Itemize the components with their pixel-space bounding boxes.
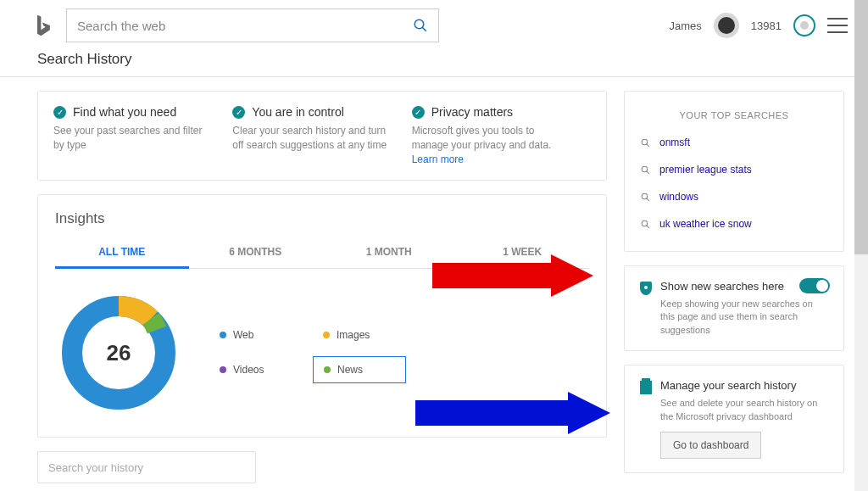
dot-icon (220, 366, 226, 373)
hamburger-menu-icon[interactable] (827, 18, 848, 33)
svg-point-0 (415, 20, 424, 29)
svg-line-6 (647, 170, 649, 173)
trash-icon (640, 381, 652, 394)
search-icon (640, 165, 651, 176)
user-name[interactable]: James (670, 20, 702, 32)
svg-line-4 (647, 143, 649, 146)
go-to-dashboard-button[interactable]: Go to dashboard (660, 432, 761, 459)
show-searches-card: Show new searches here Keep showing your… (624, 265, 844, 351)
rewards-icon[interactable] (793, 14, 815, 36)
tab-all-time[interactable]: ALL TIME (55, 237, 189, 269)
chart-legend: Web Images Videos News (209, 322, 406, 383)
learn-more-link[interactable]: Learn more (412, 153, 464, 165)
search-icon (640, 192, 651, 203)
top-searches-title: YOUR TOP SEARCHES (640, 105, 828, 129)
scrollbar[interactable] (854, 0, 868, 491)
insights-donut-chart: 26 (55, 289, 182, 416)
check-icon: ✓ (232, 106, 245, 119)
info-item-privacy: ✓Privacy matters Microsoft gives you too… (412, 105, 591, 166)
dot-icon (220, 332, 226, 338)
annotation-arrow-red (432, 254, 593, 297)
search-input[interactable] (77, 19, 413, 33)
top-search-link[interactable]: premier league stats (659, 164, 752, 176)
svg-line-1 (422, 27, 426, 31)
top-search-item[interactable]: windows (640, 183, 828, 210)
svg-line-10 (647, 225, 649, 227)
manage-desc: See and delete your search history on th… (660, 397, 828, 423)
history-search-input[interactable] (37, 451, 256, 483)
donut-total: 26 (107, 340, 131, 366)
dot-icon (323, 332, 330, 338)
info-title: Find what you need (73, 105, 176, 119)
legend-news[interactable]: News (313, 356, 406, 383)
search-icon[interactable] (413, 18, 428, 33)
info-title: Privacy matters (431, 105, 513, 119)
info-desc: Microsoft gives you tools to manage your… (412, 124, 574, 166)
legend-videos[interactable]: Videos (209, 356, 303, 383)
legend-images[interactable]: Images (313, 322, 406, 348)
search-box[interactable] (66, 8, 439, 42)
annotation-arrow-blue (415, 392, 610, 434)
page-title: Search History (0, 51, 868, 76)
top-search-item[interactable]: onmsft (640, 129, 828, 156)
avatar[interactable] (714, 13, 739, 38)
shield-icon (640, 282, 652, 295)
check-icon: ✓ (412, 106, 425, 119)
history-section: TODAY (37, 451, 607, 491)
toggle-desc: Keep showing your new searches on this p… (660, 298, 828, 337)
dot-icon (324, 366, 331, 373)
top-search-item[interactable]: uk weather ice snow (640, 210, 828, 237)
info-item-find: ✓Find what you need See your past search… (53, 105, 232, 166)
top-search-link[interactable]: uk weather ice snow (659, 218, 752, 230)
info-desc: See your past searches and filter by typ… (53, 124, 215, 153)
top-search-item[interactable]: premier league stats (640, 156, 828, 183)
show-searches-toggle[interactable] (799, 278, 830, 293)
points-count[interactable]: 13981 (751, 20, 782, 32)
manage-title: Manage your search history (660, 379, 828, 392)
tab-6-months[interactable]: 6 MONTHS (189, 237, 323, 268)
search-icon (640, 219, 651, 230)
svg-line-8 (647, 198, 649, 200)
header-right: James 13981 (670, 13, 848, 38)
top-search-link[interactable]: windows (659, 191, 698, 203)
search-icon (640, 137, 651, 148)
info-banner: ✓Find what you need See your past search… (37, 91, 607, 181)
legend-web[interactable]: Web (209, 322, 303, 348)
bing-logo[interactable] (34, 14, 53, 37)
manage-history-card: Manage your search history See and delet… (624, 365, 844, 473)
check-icon: ✓ (53, 106, 66, 119)
header: James 13981 (0, 0, 868, 51)
info-item-control: ✓You are in control Clear your search hi… (232, 105, 411, 166)
insights-title: Insights (55, 210, 589, 227)
info-title: You are in control (252, 105, 343, 119)
scrollbar-thumb[interactable] (854, 0, 868, 254)
info-desc: Clear your search history and turn off s… (232, 124, 394, 153)
top-searches-card: YOUR TOP SEARCHES onmsft premier league … (624, 91, 844, 252)
top-search-link[interactable]: onmsft (659, 137, 690, 148)
